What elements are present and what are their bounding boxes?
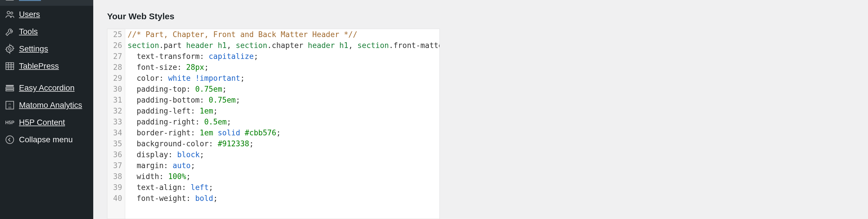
sidebar-item-label: Matomo Analytics [19, 101, 82, 110]
code-line[interactable]: section.part header h1, section.chapter … [127, 40, 437, 51]
code-line[interactable]: width: 100%; [127, 171, 437, 182]
code-line[interactable]: display: block; [127, 149, 437, 160]
svg-rect-6 [6, 88, 14, 89]
svg-text:83: 83 [8, 106, 11, 109]
code-line[interactable]: background-color: #912338; [127, 138, 437, 149]
code-line[interactable]: padding-bottom: 0.75em; [127, 95, 437, 106]
sidebar-item-label: Tools [19, 27, 38, 36]
sidebar-item-easy-accordion[interactable]: Easy Accordion [0, 79, 93, 97]
line-number: 33 [113, 116, 122, 127]
line-number: 32 [113, 106, 122, 116]
code-line[interactable]: border-right: 1em solid #cbb576; [127, 127, 437, 138]
css-code-editor[interactable]: 25262728293031323334353637383940 //* Par… [107, 29, 440, 219]
code-line[interactable]: text-transform: capitalize; [127, 51, 437, 62]
matomo-icon: FI83 [5, 100, 15, 110]
line-number: 29 [113, 73, 122, 84]
sidebar-item-matomo[interactable]: FI83 Matomo Analytics [0, 97, 93, 114]
line-number: 28 [113, 62, 122, 73]
sidebar-item-label: Easy Accordion [19, 83, 74, 93]
line-number: 27 [113, 51, 122, 62]
code-line[interactable]: font-size: 28px; [127, 62, 437, 73]
code-content[interactable]: //* Part, Chapter, Front and Back Matter… [125, 29, 439, 219]
users-icon [5, 9, 15, 20]
sidebar-item-tablepress[interactable]: TablePress [0, 58, 93, 75]
code-line[interactable]: padding-left: 1em; [127, 106, 437, 116]
section-title: Your Web Styles [107, 11, 440, 21]
line-number: 36 [113, 149, 122, 160]
svg-text:FI: FI [9, 103, 11, 106]
svg-rect-4 [6, 63, 14, 70]
sidebar-item-settings[interactable]: Settings [0, 40, 93, 58]
code-line[interactable]: padding-top: 0.75em; [127, 84, 437, 95]
h5p-icon: H5P [5, 117, 15, 127]
svg-point-2 [11, 12, 13, 14]
svg-rect-7 [6, 90, 14, 91]
code-line[interactable]: //* Part, Chapter, Front and Back Matter… [127, 29, 437, 40]
gear-icon [5, 44, 15, 54]
svg-point-12 [6, 136, 14, 144]
tools-icon [5, 27, 15, 37]
code-line[interactable]: color: white !important; [127, 73, 437, 84]
media-icon [5, 0, 15, 2]
sidebar-item-label: Users [19, 10, 40, 19]
svg-rect-0 [6, 0, 14, 0]
main-content: Your Web Styles 252627282930313233343536… [93, 0, 454, 219]
line-number: 39 [113, 182, 122, 193]
sidebar-item-label: Media [19, 0, 41, 2]
line-number: 25 [113, 29, 122, 40]
line-number: 26 [113, 40, 122, 51]
sidebar-item-label: Settings [19, 44, 48, 53]
collapse-menu-button[interactable]: Collapse menu [0, 131, 93, 148]
svg-text:H5P: H5P [5, 120, 14, 125]
accordion-icon [5, 83, 15, 93]
sidebar-item-h5p[interactable]: H5P H5P Content [0, 114, 93, 131]
svg-point-3 [9, 48, 11, 50]
line-number: 40 [113, 193, 122, 204]
line-number: 34 [113, 127, 122, 138]
line-number: 31 [113, 95, 122, 106]
line-number: 35 [113, 138, 122, 149]
code-line[interactable]: padding-right: 0.5em; [127, 116, 437, 127]
svg-point-1 [7, 11, 10, 14]
admin-sidebar: Media Users Tools Settings TablePress Ea… [0, 0, 93, 219]
tablepress-icon [5, 61, 15, 71]
line-number: 38 [113, 171, 122, 182]
collapse-icon [5, 135, 15, 145]
code-line[interactable]: margin: auto; [127, 160, 437, 171]
code-line[interactable]: text-align: left; [127, 182, 437, 193]
right-empty-space [454, 0, 868, 219]
line-number: 37 [113, 160, 122, 171]
collapse-menu-label: Collapse menu [19, 135, 73, 144]
sidebar-item-label: TablePress [19, 62, 59, 71]
line-number: 30 [113, 84, 122, 95]
sidebar-item-label: H5P Content [19, 118, 65, 127]
code-line[interactable]: font-weight: bold; [127, 193, 437, 204]
svg-rect-5 [6, 85, 14, 87]
sidebar-item-users[interactable]: Users [0, 6, 93, 23]
sidebar-item-tools[interactable]: Tools [0, 23, 93, 40]
sidebar-item-media[interactable]: Media [0, 0, 93, 6]
line-number-gutter: 25262728293031323334353637383940 [107, 29, 125, 219]
